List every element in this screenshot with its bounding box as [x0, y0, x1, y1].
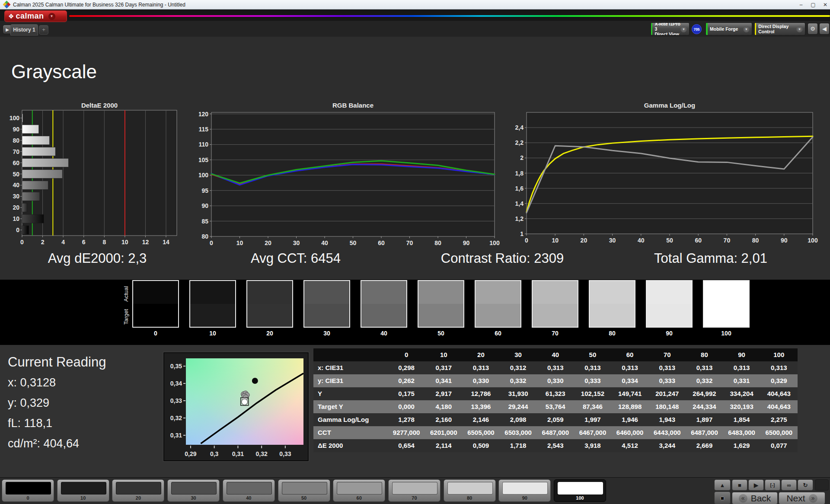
table-cell: 0,313: [462, 361, 499, 374]
frame-icon: [-]: [770, 482, 775, 488]
svg-text:Gamma Log/Log: Gamma Log/Log: [644, 102, 695, 109]
swatch-70: [532, 280, 578, 328]
swatch-actual: [418, 281, 463, 304]
swatch-target: [247, 304, 292, 327]
calman-menu-button[interactable]: ❖ calman ▼: [4, 10, 67, 22]
table-col-header: 30: [500, 348, 537, 361]
pattern-level-button-80[interactable]: 80: [444, 479, 496, 502]
pattern-level-swatch: [447, 482, 493, 494]
svg-text:1,6: 1,6: [515, 185, 524, 192]
add-tab-button[interactable]: +: [39, 25, 48, 35]
svg-text:0,33: 0,33: [279, 450, 291, 457]
stop-button[interactable]: ■: [732, 479, 747, 491]
refresh-button[interactable]: ↻: [798, 479, 813, 491]
table-cell: 201,247: [648, 387, 686, 400]
table-cell: 0,334: [611, 374, 648, 387]
next-button[interactable]: Next »: [779, 492, 825, 504]
svg-text:90: 90: [201, 202, 208, 209]
pattern-up-button[interactable]: ▲: [714, 479, 731, 491]
svg-text:95: 95: [201, 187, 208, 194]
table-cell: 1,943: [648, 413, 686, 426]
pattern-level-button-0[interactable]: 0: [2, 479, 54, 502]
table-cell: 0,312: [500, 361, 537, 374]
svg-text:110: 110: [199, 141, 208, 148]
svg-text:100: 100: [10, 115, 20, 121]
total-gamma-stat: Total Gamma: 2,01: [654, 251, 767, 266]
collapse-panel-button[interactable]: ◀: [819, 23, 830, 35]
calman-logo-icon: ❖: [8, 13, 14, 20]
table-cell: 0,654: [388, 439, 425, 452]
pattern-level-button-10[interactable]: 10: [57, 479, 109, 502]
single-measure-button[interactable]: [-]: [765, 479, 780, 491]
swatch-actual: [647, 281, 692, 304]
pattern-level-button-70[interactable]: 70: [388, 479, 441, 502]
table-cell: 2,160: [425, 413, 462, 426]
contrast-ratio-stat: Contrast Ratio: 2309: [441, 251, 564, 266]
svg-text:80: 80: [434, 239, 441, 246]
pattern-level-button-50[interactable]: 50: [278, 479, 330, 502]
pattern-level-swatch: [227, 482, 272, 494]
table-cell: 2,669: [686, 439, 723, 452]
back-button[interactable]: « Back: [732, 492, 778, 504]
svg-text:1,8: 1,8: [515, 170, 524, 177]
pattern-level-button-20[interactable]: 20: [112, 479, 164, 502]
minimize-icon[interactable]: –: [796, 1, 806, 9]
settings-button[interactable]: ⚙: [808, 23, 818, 35]
measurement-table: 0102030405060708090100x: CIE310,2980,317…: [313, 348, 798, 452]
table-cell: 0,313: [537, 361, 574, 374]
close-icon[interactable]: ✕: [820, 1, 830, 9]
pattern-toolbar: 0102030405060708090100 ▲ ■ ■ ▶ [-] ∞ ↻ «…: [0, 477, 830, 504]
table-cell: 102,152: [574, 387, 611, 400]
swatch-level-label: 30: [303, 330, 350, 337]
reading-x: x: 0,3128: [8, 376, 56, 389]
meter-select[interactable]: X-Rite i1Pro 3 Direct View ▼: [651, 22, 690, 35]
svg-text:0,3: 0,3: [210, 450, 219, 457]
table-col-header: 0: [388, 348, 425, 361]
svg-text:40: 40: [638, 237, 645, 244]
deltae-2000-chart: DeltaE 200002468101214100908070605040302…: [4, 102, 195, 249]
table-cell: 1,946: [611, 413, 648, 426]
swatch-0: [132, 280, 179, 328]
table-row-label: Target Y: [313, 400, 388, 413]
pattern-level-button-40[interactable]: 40: [223, 479, 275, 502]
pattern-source-select[interactable]: Mobile Forge ▼: [706, 22, 752, 35]
table-cell: 6505,000: [462, 426, 499, 439]
play-icon: ▶: [754, 482, 758, 488]
table-header-row: 0102030405060708090100: [313, 348, 798, 361]
table-cell: 149,741: [611, 387, 648, 400]
display-control-select[interactable]: Direct Display Control ▼: [754, 22, 805, 35]
swatch-10: [189, 280, 236, 328]
pattern-level-button-60[interactable]: 60: [333, 479, 385, 502]
swatch-level-label: 40: [361, 330, 407, 337]
target-row-label: Target: [123, 306, 131, 328]
maximize-icon[interactable]: ▢: [808, 1, 818, 9]
source-status-bar: [706, 23, 708, 35]
meter-mode-badge[interactable]: 705: [692, 24, 702, 34]
table-cell: 6460,000: [611, 426, 648, 439]
svg-text:90: 90: [781, 237, 788, 244]
pattern-level-button-30[interactable]: 30: [167, 479, 220, 502]
pattern-level-button-100[interactable]: 100: [554, 479, 606, 502]
pattern-level-button-90[interactable]: 90: [498, 479, 551, 502]
tab-history-1[interactable]: History 1: [10, 24, 38, 35]
swatch-actual: [133, 281, 178, 304]
table-col-header: 100: [760, 348, 798, 361]
table-cell: 334,204: [723, 387, 760, 400]
swatch-actual: [304, 281, 349, 304]
pattern-window-button[interactable]: ■: [714, 491, 731, 504]
swatch-level-label: 10: [189, 330, 236, 337]
svg-text:10: 10: [13, 215, 19, 222]
play-button[interactable]: ▶: [748, 479, 764, 491]
gamma-chart: Gamma Log/Log11,21,41,61,822,22,40102030…: [514, 102, 828, 249]
table-cell: 1,897: [686, 413, 723, 426]
svg-text:0: 0: [20, 239, 24, 246]
table-cell: 0,298: [388, 361, 425, 374]
table-cell: 0,313: [648, 361, 686, 374]
svg-text:80: 80: [752, 237, 759, 244]
swatch-actual: [476, 281, 520, 304]
swatch-level-label: 80: [589, 330, 635, 337]
table-cell: 6483,000: [723, 426, 760, 439]
continuous-measure-button[interactable]: ∞: [781, 479, 797, 491]
svg-text:60: 60: [695, 237, 702, 244]
table-cell: 264,992: [686, 387, 723, 400]
